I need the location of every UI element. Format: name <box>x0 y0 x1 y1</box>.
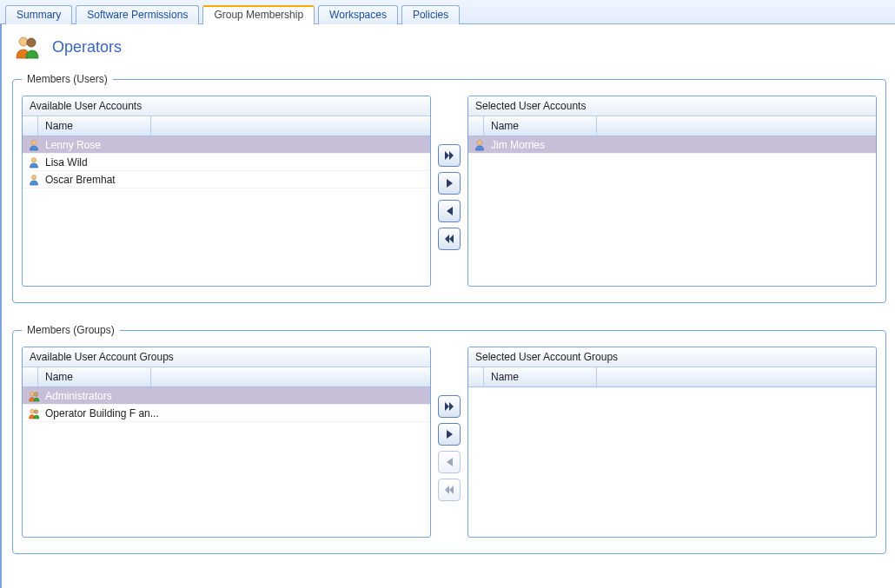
add-all-button[interactable] <box>438 395 461 418</box>
panel-title: Available User Accounts <box>23 96 430 116</box>
column-header-row: Name <box>23 367 430 387</box>
group-icon <box>14 35 40 59</box>
section-legend: Members (Groups) <box>22 324 120 336</box>
section-legend: Members (Users) <box>22 73 113 85</box>
tab-policies[interactable]: Policies <box>401 5 460 24</box>
list-item[interactable]: Lenny Rose <box>23 136 430 154</box>
page-title: Operators <box>52 38 122 56</box>
remove-button[interactable] <box>438 451 461 473</box>
tab-group-membership[interactable]: Group Membership <box>202 5 315 24</box>
user-icon <box>28 156 40 168</box>
user-icon <box>28 139 40 151</box>
remove-all-button[interactable] <box>438 479 461 501</box>
column-header-name[interactable]: Name <box>484 367 597 386</box>
selected-groups-list[interactable] <box>468 387 876 537</box>
users-transfer-buttons <box>436 96 462 287</box>
remove-button[interactable] <box>438 200 461 222</box>
column-header-name[interactable]: Name <box>38 116 151 135</box>
group-icon <box>28 407 40 420</box>
available-groups-list[interactable]: AdministratorsOperator Building F an... <box>23 387 430 537</box>
add-button[interactable] <box>438 423 461 446</box>
column-header-name[interactable]: Name <box>38 367 151 386</box>
column-header-row: Name <box>23 116 430 136</box>
tab-software-permissions[interactable]: Software Permissions <box>76 5 199 24</box>
members-users-section: Members (Users) Available User Accounts … <box>12 73 886 303</box>
list-item-label: Operator Building F an... <box>45 407 425 420</box>
list-item[interactable]: Oscar Bremhat <box>23 171 430 188</box>
page-header: Operators <box>10 30 888 64</box>
panel-title: Available User Account Groups <box>23 347 430 367</box>
column-header-row: Name <box>468 367 876 387</box>
column-header-name[interactable]: Name <box>484 116 597 135</box>
panel-title: Selected User Account Groups <box>468 347 876 367</box>
selected-groups-panel: Selected User Account Groups Name <box>467 347 877 538</box>
selected-users-panel: Selected User Accounts Name Jim Morries <box>467 96 877 287</box>
page-content: Operators Members (Users) Available User… <box>0 24 895 588</box>
column-header-row: Name <box>468 116 876 136</box>
add-all-button[interactable] <box>438 144 461 167</box>
list-item[interactable]: Lisa Wild <box>23 154 430 171</box>
tab-workspaces[interactable]: Workspaces <box>318 5 398 24</box>
add-button[interactable] <box>438 172 461 195</box>
list-item[interactable]: Administrators <box>23 387 430 405</box>
list-item[interactable]: Operator Building F an... <box>23 405 430 422</box>
list-item-label: Administrators <box>45 390 425 402</box>
panel-title: Selected User Accounts <box>468 96 876 116</box>
list-item[interactable]: Jim Morries <box>468 136 876 154</box>
remove-all-button[interactable] <box>438 228 461 250</box>
members-groups-section: Members (Groups) Available User Account … <box>12 324 886 554</box>
list-item-label: Oscar Bremhat <box>45 174 425 186</box>
selected-users-list[interactable]: Jim Morries <box>468 136 876 286</box>
available-groups-panel: Available User Account Groups Name Admin… <box>22 347 431 538</box>
list-item-label: Lenny Rose <box>45 139 425 151</box>
tab-summary[interactable]: Summary <box>5 5 72 24</box>
user-icon <box>28 174 40 186</box>
available-users-list[interactable]: Lenny RoseLisa WildOscar Bremhat <box>23 136 430 286</box>
list-item-label: Jim Morries <box>491 139 871 151</box>
available-users-panel: Available User Accounts Name Lenny RoseL… <box>22 96 431 287</box>
tab-bar: SummarySoftware PermissionsGroup Members… <box>0 0 895 24</box>
group-icon <box>28 390 40 402</box>
user-icon <box>474 139 486 151</box>
groups-transfer-buttons <box>436 347 462 538</box>
list-item-label: Lisa Wild <box>45 156 425 168</box>
